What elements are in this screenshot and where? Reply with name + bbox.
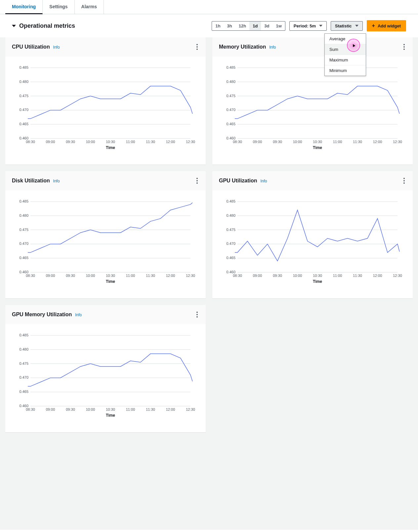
y-tick-label: 0.480 bbox=[19, 347, 28, 351]
card-title-wrap: CPU Utilization Info bbox=[12, 44, 60, 50]
time-range-1d[interactable]: 1d bbox=[249, 21, 261, 30]
x-tick-label: 10:00 bbox=[86, 407, 95, 411]
chart-line bbox=[28, 203, 192, 252]
x-tick-label: 09:00 bbox=[46, 274, 55, 278]
chart-card: CPU Utilization Info 0.4600.4650.4700.47… bbox=[5, 37, 206, 165]
add-widget-label: Add widget bbox=[378, 23, 401, 28]
chart-area: 0.4600.4650.4700.4750.4800.48508:3009:00… bbox=[5, 190, 206, 298]
x-tick-label: 09:00 bbox=[46, 407, 55, 411]
chart-line bbox=[28, 354, 192, 387]
time-range-1w[interactable]: 1w bbox=[273, 21, 285, 30]
y-tick-label: 0.465 bbox=[226, 122, 235, 126]
chart-line bbox=[235, 86, 399, 119]
chart-card: GPU Memory Utilization Info 0.4600.4650.… bbox=[5, 305, 206, 432]
x-tick-label: 12:30 bbox=[393, 274, 402, 278]
time-range-12h[interactable]: 12h bbox=[235, 21, 249, 30]
chart-svg: 0.4600.4650.4700.4750.4800.48508:3009:00… bbox=[10, 332, 199, 418]
y-tick-label: 0.470 bbox=[19, 375, 28, 379]
tab-alarms[interactable]: Alarms bbox=[75, 0, 104, 14]
card-header: GPU Utilization Info bbox=[212, 171, 413, 190]
add-widget-button[interactable]: + Add widget bbox=[367, 20, 406, 31]
info-link[interactable]: Info bbox=[53, 45, 60, 50]
x-tick-label: 12:30 bbox=[393, 140, 402, 144]
x-tick-label: 11:00 bbox=[333, 274, 342, 278]
collapse-caret-icon[interactable] bbox=[12, 25, 16, 27]
x-tick-label: 11:00 bbox=[333, 140, 342, 144]
kebab-menu-icon[interactable] bbox=[195, 176, 199, 185]
y-tick-label: 0.485 bbox=[19, 199, 28, 203]
y-tick-label: 0.480 bbox=[226, 80, 235, 84]
x-tick-label: 09:00 bbox=[253, 274, 262, 278]
statistic-option-average[interactable]: Average bbox=[325, 34, 366, 44]
card-header: GPU Memory Utilization Info bbox=[5, 305, 206, 324]
x-tick-label: 08:30 bbox=[233, 140, 242, 144]
time-range-3h[interactable]: 3h bbox=[224, 21, 235, 30]
tabs-bar: MonitoringSettingsAlarms bbox=[0, 0, 418, 14]
info-link[interactable]: Info bbox=[260, 179, 267, 183]
kebab-menu-icon[interactable] bbox=[402, 43, 406, 51]
kebab-menu-icon[interactable] bbox=[195, 310, 199, 319]
x-tick-label: 09:30 bbox=[66, 407, 75, 411]
chart-svg: 0.4600.4650.4700.4750.4800.48508:3009:00… bbox=[10, 198, 199, 284]
chart-svg: 0.4600.4650.4700.4750.4800.48508:3009:00… bbox=[217, 64, 406, 150]
x-tick-label: 10:30 bbox=[106, 140, 115, 144]
x-tick-label: 10:30 bbox=[106, 407, 115, 411]
statistic-select[interactable]: Statistic bbox=[331, 21, 363, 31]
x-tick-label: 09:30 bbox=[66, 274, 75, 278]
x-tick-label: 08:30 bbox=[26, 140, 35, 144]
x-tick-label: 08:30 bbox=[233, 274, 242, 278]
statistic-option-maximum[interactable]: Maximum bbox=[325, 55, 366, 65]
card-title-wrap: Memory Utilization Info bbox=[219, 44, 276, 50]
info-link[interactable]: Info bbox=[53, 179, 60, 183]
tab-monitoring[interactable]: Monitoring bbox=[5, 0, 43, 14]
card-header: Memory Utilization Info bbox=[212, 37, 413, 57]
info-link[interactable]: Info bbox=[269, 45, 276, 50]
kebab-menu-icon[interactable] bbox=[195, 43, 199, 51]
y-tick-label: 0.465 bbox=[19, 122, 28, 126]
page-background: Operational metrics 1h3h12h1d3d1w Period… bbox=[0, 14, 418, 530]
chart-area: 0.4600.4650.4700.4750.4800.48508:3009:00… bbox=[5, 57, 206, 165]
x-tick-label: 09:00 bbox=[46, 140, 55, 144]
card-title: GPU Memory Utilization bbox=[12, 312, 72, 317]
info-link[interactable]: Info bbox=[75, 313, 82, 317]
card-title-wrap: GPU Memory Utilization Info bbox=[12, 312, 82, 318]
x-tick-label: 12:30 bbox=[186, 274, 195, 278]
chart-card: GPU Utilization Info 0.4600.4650.4700.47… bbox=[212, 171, 413, 298]
y-tick-label: 0.480 bbox=[226, 213, 235, 217]
y-tick-label: 0.470 bbox=[19, 108, 28, 112]
x-tick-label: 12:00 bbox=[166, 407, 175, 411]
y-tick-label: 0.475 bbox=[19, 228, 28, 232]
x-tick-label: 09:30 bbox=[273, 140, 282, 144]
x-tick-label: 10:00 bbox=[86, 274, 95, 278]
y-tick-label: 0.475 bbox=[226, 228, 235, 232]
section-header: Operational metrics 1h3h12h1d3d1w Period… bbox=[0, 14, 418, 37]
x-tick-label: 12:30 bbox=[186, 140, 195, 144]
x-axis-title: Time bbox=[106, 279, 115, 284]
controls: 1h3h12h1d3d1w Period: 5m Statistic + Add… bbox=[212, 20, 415, 31]
time-range-3d[interactable]: 3d bbox=[261, 21, 272, 30]
y-tick-label: 0.465 bbox=[19, 390, 28, 394]
x-tick-label: 12:00 bbox=[166, 274, 175, 278]
period-select[interactable]: Period: 5m bbox=[289, 21, 327, 31]
chevron-down-icon bbox=[355, 25, 358, 27]
x-axis-title: Time bbox=[106, 413, 115, 418]
x-axis-title: Time bbox=[313, 279, 322, 284]
time-range-1h[interactable]: 1h bbox=[212, 21, 224, 30]
card-title-wrap: Disk Utilization Info bbox=[12, 178, 60, 184]
x-tick-label: 11:30 bbox=[146, 274, 155, 278]
statistic-option-sum[interactable]: Sum bbox=[325, 44, 366, 55]
x-tick-label: 11:30 bbox=[353, 274, 362, 278]
chart-svg: 0.4600.4650.4700.4750.4800.48508:3009:00… bbox=[10, 64, 199, 150]
time-range-segment: 1h3h12h1d3d1w bbox=[212, 21, 285, 31]
x-tick-label: 08:30 bbox=[26, 407, 35, 411]
tab-settings[interactable]: Settings bbox=[43, 0, 74, 14]
kebab-menu-icon[interactable] bbox=[402, 176, 406, 185]
y-tick-label: 0.480 bbox=[19, 213, 28, 217]
x-tick-label: 11:30 bbox=[353, 140, 362, 144]
chart-grid: CPU Utilization Info 0.4600.4650.4700.47… bbox=[5, 37, 413, 432]
chart-area: 0.4600.4650.4700.4750.4800.48508:3009:00… bbox=[212, 57, 413, 165]
chart-line bbox=[235, 210, 399, 261]
statistic-option-minimum[interactable]: Minimum bbox=[325, 65, 366, 76]
x-tick-label: 09:30 bbox=[66, 140, 75, 144]
chart-area: 0.4600.4650.4700.4750.4800.48508:3009:00… bbox=[5, 324, 206, 432]
